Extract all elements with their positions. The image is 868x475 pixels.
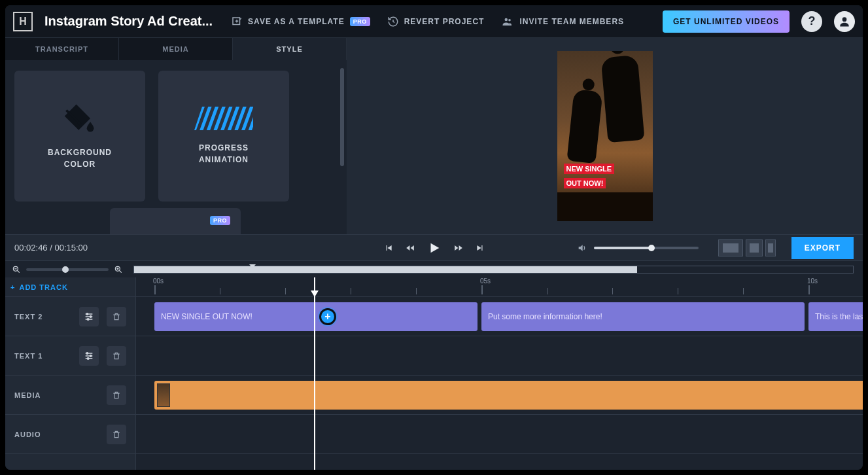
track-settings-button[interactable] — [79, 307, 99, 326]
card-background-color-label: BACKGROUND COLOR — [48, 147, 112, 170]
rewind-button[interactable] — [405, 243, 415, 253]
zoom-knob[interactable] — [62, 266, 69, 273]
revert-project-button[interactable]: REVERT PROJECT — [387, 16, 485, 27]
card-progress-animation-label: PROGRESS ANIMATION — [199, 142, 249, 166]
track-settings-button[interactable] — [79, 346, 99, 366]
clip-thumbnail — [157, 383, 170, 407]
clip-label: This is the last — [815, 312, 863, 321]
timeline-range-fill — [134, 266, 637, 273]
clip-label: NEW SINGLE OUT NOW! — [161, 312, 252, 321]
volume-icon[interactable] — [577, 243, 587, 253]
revert-label: REVERT PROJECT — [404, 17, 485, 26]
timeline-tracks-area[interactable]: 00s05s10s NEW SINGLE OUT NOW!Put some mo… — [136, 277, 863, 470]
timeline: + ADD TRACK TEXT 2TEXT 1MEDIAAUDIO 00s05… — [5, 277, 863, 470]
track-name: MEDIA — [14, 391, 99, 399]
export-button[interactable]: EXPORT — [791, 237, 854, 259]
pro-badge: PRO — [210, 216, 230, 225]
svg-point-14 — [87, 357, 89, 359]
svg-point-13 — [90, 355, 92, 357]
track-row-media[interactable] — [136, 376, 863, 415]
volume-fill — [594, 247, 651, 249]
add-track-label: ADD TRACK — [19, 283, 67, 291]
cards-scrollbar[interactable] — [340, 68, 344, 166]
topbar: H Instagram Story Ad Creat... SAVE AS A … — [5, 5, 863, 38]
track-head-media: MEDIA — [5, 376, 135, 415]
clip-label: Put some more information here! — [488, 312, 602, 321]
play-button[interactable] — [427, 241, 442, 255]
aspect-square-button[interactable] — [746, 239, 763, 256]
style-cards-area: BACKGROUND COLOR PROGRESS ANIMATION PRO — [5, 60, 347, 234]
revert-icon — [387, 16, 399, 27]
add-track-button[interactable]: + ADD TRACK — [5, 277, 135, 297]
top-actions: SAVE AS A TEMPLATE PRO REVERT PROJECT IN… — [231, 16, 624, 27]
track-head-audio: AUDIO — [5, 415, 135, 454]
paint-bucket-icon — [61, 102, 99, 135]
skip-start-button[interactable] — [384, 243, 393, 253]
track-delete-button[interactable] — [107, 346, 126, 366]
track-row-text2[interactable]: NEW SINGLE OUT NOW!Put some more informa… — [136, 297, 863, 336]
tab-media[interactable]: MEDIA — [119, 38, 233, 60]
account-avatar[interactable] — [834, 11, 855, 32]
plus-icon: + — [10, 283, 15, 291]
track-head-text1: TEXT 1 — [5, 336, 135, 376]
save-template-icon — [231, 16, 243, 27]
track-delete-button[interactable] — [107, 425, 126, 444]
track-delete-button[interactable] — [107, 385, 126, 405]
left-panel: TRANSCRIPT MEDIA STYLE BACKGROUND COLOR … — [5, 38, 347, 234]
text-clip[interactable]: Put some more information here! — [481, 302, 805, 331]
invite-team-button[interactable]: INVITE TEAM MEMBERS — [501, 16, 624, 27]
svg-point-3 — [842, 17, 847, 22]
get-unlimited-button[interactable]: GET UNLIMITED VIDEOS — [663, 10, 790, 33]
progress-animation-icon — [194, 107, 253, 130]
preview-panel: NEW SINGLE OUT NOW! — [347, 38, 863, 234]
preview-ground — [557, 192, 653, 221]
add-clip-button[interactable]: + — [319, 308, 336, 325]
media-clip[interactable] — [154, 381, 863, 410]
save-template-label: SAVE AS A TEMPLATE — [248, 17, 345, 26]
text-clip[interactable]: This is the last — [808, 302, 863, 331]
text-clip[interactable]: NEW SINGLE OUT NOW! — [154, 302, 477, 331]
main-row: TRANSCRIPT MEDIA STYLE BACKGROUND COLOR … — [5, 38, 863, 234]
panel-tabs: TRANSCRIPT MEDIA STYLE — [5, 38, 347, 60]
timeline-range-marker[interactable] — [249, 264, 256, 268]
tab-style[interactable]: STYLE — [233, 38, 347, 60]
project-title[interactable]: Instagram Story Ad Creat... — [44, 14, 213, 29]
track-row-text1[interactable] — [136, 336, 863, 376]
track-delete-button[interactable] — [107, 307, 126, 326]
aspect-vertical-button[interactable] — [765, 239, 776, 256]
track-name: TEXT 2 — [14, 313, 71, 321]
track-head-text2: TEXT 2 — [5, 297, 135, 336]
save-template-button[interactable]: SAVE AS A TEMPLATE PRO — [231, 16, 370, 27]
svg-point-9 — [86, 313, 88, 315]
card-pro-locked[interactable]: PRO — [110, 208, 241, 234]
timeline-range[interactable] — [133, 266, 854, 273]
svg-point-12 — [86, 352, 88, 354]
timeline-ruler[interactable]: 00s05s10s — [136, 277, 863, 297]
volume-slider[interactable] — [594, 247, 699, 249]
team-icon — [501, 16, 514, 27]
preview-caption-line1: NEW SINGLE — [564, 164, 615, 174]
aspect-wide-button[interactable] — [718, 239, 743, 256]
volume-knob[interactable] — [648, 245, 655, 251]
playhead[interactable] — [314, 277, 315, 470]
card-background-color[interactable]: BACKGROUND COLOR — [14, 71, 145, 202]
help-button[interactable]: ? — [801, 11, 822, 32]
track-name: AUDIO — [14, 431, 99, 438]
track-row-audio[interactable] — [136, 415, 863, 454]
aspect-ratio-group — [718, 239, 776, 256]
ruler-label: 00s — [153, 277, 164, 285]
track-name: TEXT 1 — [14, 352, 71, 360]
forward-button[interactable] — [453, 243, 464, 253]
zoom-out-button[interactable] — [12, 265, 21, 274]
svg-marker-6 — [194, 107, 253, 130]
zoom-in-button[interactable] — [114, 265, 123, 274]
skip-end-button[interactable] — [476, 243, 485, 253]
pro-badge: PRO — [350, 17, 370, 26]
zoom-slider[interactable] — [26, 268, 109, 271]
playbar: 00:02:46 / 00:15:00 EXPORT — [5, 234, 863, 260]
card-progress-animation[interactable]: PROGRESS ANIMATION — [158, 71, 289, 202]
app-logo[interactable]: H — [13, 12, 33, 31]
preview-canvas[interactable]: NEW SINGLE OUT NOW! — [557, 51, 653, 221]
timeline-track-headers: + ADD TRACK TEXT 2TEXT 1MEDIAAUDIO — [5, 277, 136, 470]
tab-transcript[interactable]: TRANSCRIPT — [5, 38, 119, 60]
